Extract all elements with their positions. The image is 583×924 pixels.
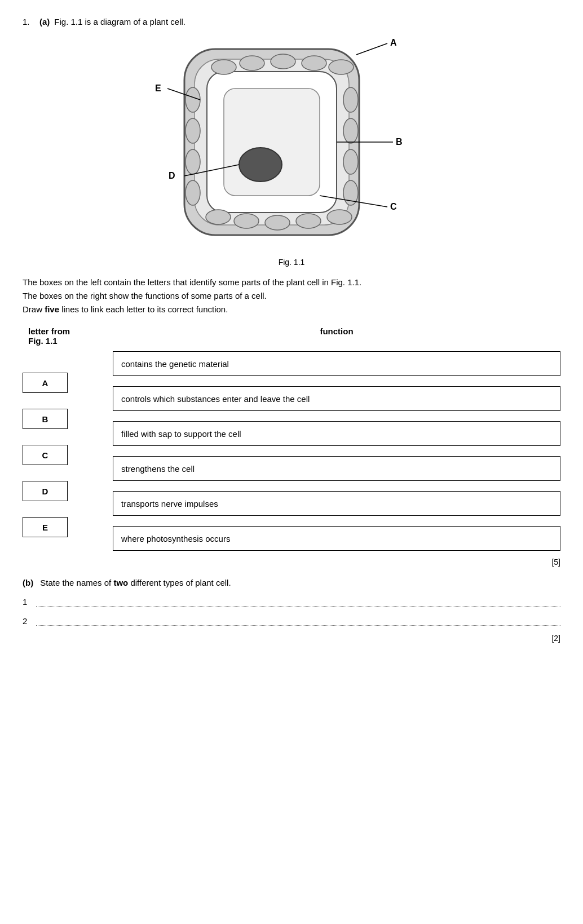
letter-box-e: E bbox=[23, 517, 68, 537]
svg-point-15 bbox=[186, 149, 200, 174]
svg-point-12 bbox=[327, 210, 352, 224]
instructions-line1: The boxes on the left contain the letter… bbox=[23, 277, 361, 287]
svg-point-17 bbox=[343, 87, 358, 112]
svg-text:D: D bbox=[169, 171, 175, 180]
matching-header: letter from Fig. 1.1 function bbox=[23, 326, 560, 346]
svg-point-14 bbox=[186, 118, 200, 143]
function-box-2: controls which substances enter and leav… bbox=[113, 386, 560, 411]
plant-cell-diagram: A B C D E bbox=[151, 38, 432, 252]
part-a-label: (a) bbox=[39, 17, 50, 26]
svg-point-8 bbox=[206, 210, 231, 224]
function-box-1: contains the genetic material bbox=[113, 351, 560, 376]
svg-point-19 bbox=[343, 149, 358, 174]
diagram-container: A B C D E bbox=[23, 38, 560, 252]
part-b-text-pre: State the names of bbox=[40, 578, 111, 587]
svg-text:B: B bbox=[396, 137, 403, 147]
svg-point-6 bbox=[302, 56, 326, 70]
matching-body: A B C D E contains the genetic material … bbox=[23, 351, 560, 551]
letters-column: A B C D E bbox=[23, 351, 113, 537]
function-text-4: strengthens the cell bbox=[121, 464, 195, 474]
svg-point-4 bbox=[240, 56, 264, 70]
answer-dots-2[interactable] bbox=[36, 614, 560, 626]
function-text-2: controls which substances enter and leav… bbox=[121, 394, 310, 404]
part-b: (b) State the names of two different typ… bbox=[23, 578, 560, 643]
instructions: The boxes on the left contain the letter… bbox=[23, 276, 560, 316]
function-text-1: contains the genetic material bbox=[121, 359, 229, 369]
function-box-5: transports nerve impulses bbox=[113, 491, 560, 516]
function-text-6: where photosynthesis occurs bbox=[121, 534, 230, 543]
answer-line-2: 2 bbox=[23, 614, 560, 626]
letter-box-c: C bbox=[23, 445, 68, 465]
function-box-4: strengthens the cell bbox=[113, 456, 560, 481]
svg-point-10 bbox=[265, 215, 290, 230]
answer-dots-1[interactable] bbox=[36, 595, 560, 607]
marks-part-a: [5] bbox=[23, 558, 560, 567]
svg-text:E: E bbox=[155, 83, 161, 93]
letter-box-a: A bbox=[23, 373, 68, 393]
svg-point-13 bbox=[186, 87, 200, 112]
svg-line-23 bbox=[356, 43, 387, 55]
svg-point-11 bbox=[296, 214, 321, 228]
svg-point-7 bbox=[329, 60, 354, 74]
marks-part-b: [2] bbox=[23, 634, 560, 643]
function-text-3: filled with sap to support the cell bbox=[121, 429, 241, 439]
svg-point-9 bbox=[234, 214, 259, 228]
diagram-wrapper: A B C D E bbox=[151, 38, 432, 252]
instructions-line2: The boxes on the right show the function… bbox=[23, 291, 267, 300]
fig-caption: Fig. 1.1 bbox=[23, 258, 560, 267]
instructions-line3-post: lines to link each letter to its correct… bbox=[59, 304, 228, 314]
answer-line-1: 1 bbox=[23, 595, 560, 607]
part-b-text-post: different types of plant cell. bbox=[130, 578, 231, 587]
question-number: 1. bbox=[23, 17, 34, 26]
part-b-label: (b) bbox=[23, 578, 33, 587]
function-text-5: transports nerve impulses bbox=[121, 499, 218, 509]
instructions-line3-pre: Draw bbox=[23, 304, 45, 314]
instructions-five: five bbox=[45, 304, 59, 314]
svg-point-22 bbox=[239, 148, 282, 182]
functions-column: contains the genetic material controls w… bbox=[113, 351, 560, 551]
letter-box-b: B bbox=[23, 409, 68, 429]
part-b-bold: two bbox=[113, 578, 128, 587]
part-b-text: (b) State the names of two different typ… bbox=[23, 578, 560, 587]
svg-text:A: A bbox=[390, 38, 397, 47]
function-box-6: where photosynthesis occurs bbox=[113, 526, 560, 551]
part-a-intro: Fig. 1.1 is a diagram of a plant cell. bbox=[54, 17, 186, 26]
svg-text:C: C bbox=[390, 202, 397, 211]
svg-point-16 bbox=[186, 180, 200, 205]
answer-num-1: 1 bbox=[23, 597, 32, 607]
question-header: 1. (a) Fig. 1.1 is a diagram of a plant … bbox=[23, 17, 560, 26]
svg-point-3 bbox=[211, 60, 236, 74]
col-letter-heading: letter from Fig. 1.1 bbox=[23, 326, 113, 346]
function-box-3: filled with sap to support the cell bbox=[113, 421, 560, 446]
svg-point-18 bbox=[343, 118, 358, 143]
answer-num-2: 2 bbox=[23, 616, 32, 626]
letter-box-d: D bbox=[23, 481, 68, 501]
svg-point-5 bbox=[271, 54, 295, 69]
col-function-heading: function bbox=[113, 326, 560, 346]
